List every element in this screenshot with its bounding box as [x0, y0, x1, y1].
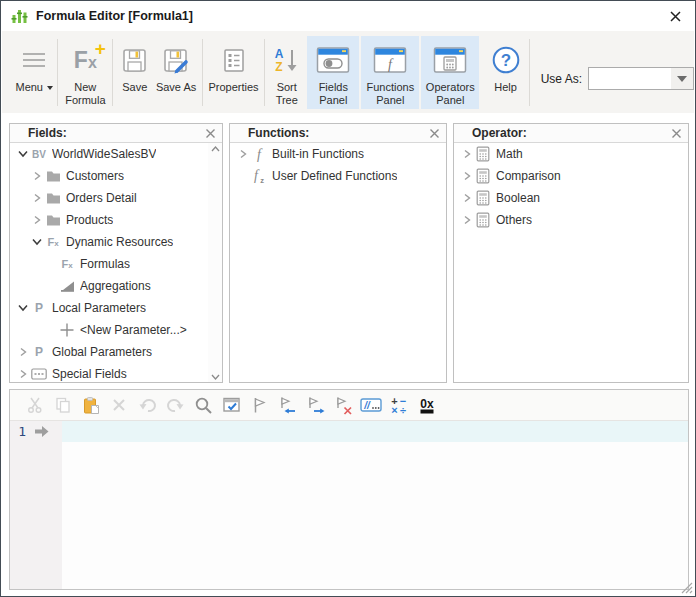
help-label: Help [494, 81, 517, 94]
fields-panel-title: Fields: [28, 126, 67, 140]
delete-button[interactable] [108, 394, 130, 416]
expander-spacer [44, 279, 58, 293]
line-number-gutter: 1 [10, 421, 62, 589]
formula-code-area[interactable] [62, 421, 688, 589]
use-as-dropdown[interactable] [588, 67, 694, 90]
paste-button[interactable] [80, 394, 102, 416]
close-icon[interactable] [429, 128, 440, 139]
tree-item-comparison[interactable]: Comparison [454, 165, 688, 187]
chevron-right-icon[interactable] [460, 169, 474, 183]
close-icon[interactable] [665, 6, 685, 26]
bookmark-button[interactable] [248, 394, 270, 416]
folder-icon [44, 168, 62, 184]
tree-item-label: Dynamic Resources [66, 235, 173, 249]
tree-item-worldwidesalesbv[interactable]: BVWorldWideSalesBV [10, 143, 208, 165]
new-formula-icon: Fx+ [74, 39, 97, 81]
tree-item-user-defined-functions[interactable]: fzUser Defined Functions [230, 165, 446, 187]
tree-item-formulas[interactable]: FxFormulas [10, 253, 208, 275]
parameter-icon: P [30, 344, 48, 360]
comment-button[interactable]: // [360, 394, 382, 416]
sort-tree-icon: A Z [273, 39, 301, 81]
tree-item-products[interactable]: Products [10, 209, 208, 231]
close-icon[interactable] [671, 128, 682, 139]
chevron-right-icon[interactable] [460, 191, 474, 205]
functions-panel-title: Functions: [248, 126, 309, 140]
operators-panel: Operator: MathComparisonBooleanOthers [453, 123, 689, 383]
tree-item-local-parameters[interactable]: PLocal Parameters [10, 297, 208, 319]
save-button[interactable]: Save [116, 36, 153, 109]
title-bar: Formula Editor [Formula1] [1, 1, 695, 31]
chevron-right-icon[interactable] [460, 213, 474, 227]
scroll-up-icon[interactable] [211, 146, 220, 152]
scroll-down-icon[interactable] [211, 374, 220, 380]
svg-text:÷: ÷ [400, 404, 406, 415]
code-line[interactable] [62, 421, 688, 442]
tree-item-global-parameters[interactable]: PGlobal Parameters [10, 341, 208, 363]
tree-item-built-in-functions[interactable]: fBuilt-in Functions [230, 143, 446, 165]
chevron-down-icon [677, 76, 687, 82]
chevron-right-icon[interactable] [460, 147, 474, 161]
search-button[interactable] [192, 394, 214, 416]
help-button[interactable]: ? Help [485, 36, 525, 109]
chevron-down-icon[interactable] [30, 235, 44, 249]
new-formula-button[interactable]: Fx+ New Formula [61, 36, 109, 109]
chevron-right-icon[interactable] [30, 191, 44, 205]
close-icon[interactable] [205, 128, 216, 139]
chevron-right-icon[interactable] [16, 367, 30, 381]
aggregation-icon [58, 278, 76, 294]
next-bookmark-button[interactable] [304, 394, 326, 416]
main-toolbar: Menu Fx+ New Formula Save [2, 31, 694, 113]
chevron-down-icon[interactable] [16, 147, 30, 161]
resize-grip-icon[interactable] [681, 582, 693, 594]
functions-panel-label: Functions Panel [362, 81, 418, 107]
save-as-button[interactable]: Save As [153, 36, 199, 109]
tree-item-dynamic-resources[interactable]: FxDynamic Resources [10, 231, 208, 253]
functions-panel-toggle-button[interactable]: f Functions Panel [361, 36, 419, 109]
fields-panel-toggle-button[interactable]: Fields Panel [307, 36, 359, 109]
tree-item-customers[interactable]: Customers [10, 165, 208, 187]
undo-button[interactable] [136, 394, 158, 416]
fields-panel-icon [316, 39, 350, 81]
operators-button[interactable]: +−×÷ [388, 394, 410, 416]
save-as-icon [162, 39, 190, 81]
chevron-right-icon[interactable] [236, 147, 250, 161]
operators-tree: MathComparisonBooleanOthers [454, 143, 688, 231]
clear-bookmarks-button[interactable] [332, 394, 354, 416]
chevron-right-icon[interactable] [30, 213, 44, 227]
tree-item-boolean[interactable]: Boolean [454, 187, 688, 209]
copy-button[interactable] [52, 394, 74, 416]
tree-item-label: Built-in Functions [272, 147, 364, 161]
save-as-label: Save As [156, 81, 196, 94]
cut-icon [26, 396, 44, 414]
cut-button[interactable] [24, 394, 46, 416]
hex-button[interactable]: 0x [416, 394, 438, 416]
formula-text-area[interactable]: 1 [10, 421, 688, 589]
tree-item-math[interactable]: Math [454, 143, 688, 165]
validate-button[interactable] [220, 394, 242, 416]
tree-item-label: Customers [66, 169, 124, 183]
chevron-down-icon[interactable] [16, 301, 30, 315]
menu-button[interactable]: Menu [14, 36, 54, 109]
previous-bookmark-button[interactable] [276, 394, 298, 416]
help-icon: ? [491, 39, 521, 81]
tree-item-new-parameter[interactable]: <New Parameter...> [10, 319, 208, 341]
functions-panel: Functions: fBuilt-in FunctionsfzUser Def… [229, 123, 447, 383]
toolbar-separator [529, 39, 530, 106]
tree-item-orders-detail[interactable]: Orders Detail [10, 187, 208, 209]
toolbar-separator [202, 39, 203, 106]
chevron-right-icon[interactable] [30, 169, 44, 183]
redo-button[interactable] [164, 394, 186, 416]
sort-tree-button[interactable]: A Z Sort Tree [268, 36, 305, 109]
svg-text:f: f [257, 147, 263, 162]
save-label: Save [122, 81, 147, 94]
operators-panel-toggle-button[interactable]: Operators Panel [421, 36, 479, 109]
fields-tree-scrollbar[interactable] [208, 143, 222, 383]
tree-item-special-fields[interactable]: Special Fields [10, 363, 208, 383]
expander-spacer [236, 169, 250, 183]
tree-item-aggregations[interactable]: Aggregations [10, 275, 208, 297]
chevron-right-icon[interactable] [16, 345, 30, 359]
properties-button[interactable]: Properties [206, 36, 262, 109]
tree-item-label: Math [496, 147, 523, 161]
tree-item-others[interactable]: Others [454, 209, 688, 231]
use-as-dropdown-button[interactable] [671, 68, 693, 89]
